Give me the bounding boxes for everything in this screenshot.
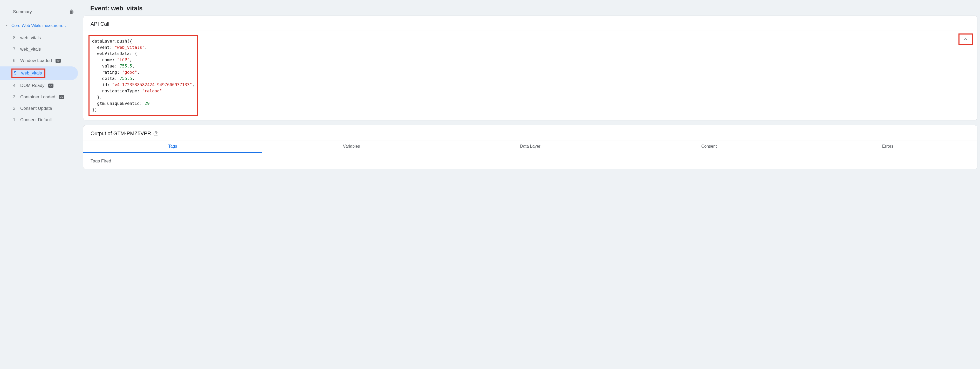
event-number: 5 (14, 71, 18, 76)
event-item[interactable]: 4 DOM Ready <> (0, 80, 78, 91)
api-call-code: dataLayer.push({ event: "web_vitals", we… (92, 38, 195, 113)
sidebar-group-title: Core Web Vitals measurem… (11, 23, 75, 28)
trash-icon (69, 9, 75, 15)
caret-down-icon (5, 23, 9, 28)
event-item[interactable]: 2 Consent Update (0, 103, 78, 114)
event-item[interactable]: 1 Consent Default (0, 114, 78, 126)
output-card: Output of GTM-PMZ5VPR ? Tags Variables D… (83, 125, 977, 169)
event-number: 6 (13, 58, 17, 63)
event-item[interactable]: 3 Container Loaded <> (0, 91, 78, 103)
event-list: 8 web_vitals 7 web_vitals 6 Window Loade… (0, 30, 80, 127)
collapse-button[interactable] (958, 33, 973, 45)
event-item[interactable]: 6 Window Loaded <> (0, 55, 78, 67)
event-title: Event: web_vitals (83, 0, 977, 16)
event-number: 3 (13, 94, 17, 100)
chevron-up-icon (963, 37, 968, 42)
event-label: web_vitals (21, 71, 42, 76)
event-number: 1 (13, 117, 17, 122)
sidebar: Summary Core Web Vitals measurem… 8 web_… (0, 0, 80, 369)
tab-consent[interactable]: Consent (620, 140, 799, 153)
event-item[interactable]: 7 web_vitals (0, 44, 78, 55)
code-badge-icon: <> (59, 95, 64, 99)
tab-tags[interactable]: Tags (83, 140, 262, 153)
event-label: Container Loaded (20, 94, 55, 100)
api-call-body: dataLayer.push({ event: "web_vitals", we… (83, 31, 977, 120)
output-tabs: Tags Variables Data Layer Consent Errors (83, 140, 977, 153)
event-number: 8 (13, 35, 17, 40)
event-label: Window Loaded (20, 58, 52, 63)
event-label: Consent Default (20, 117, 52, 122)
event-label: web_vitals (20, 47, 41, 52)
event-label: DOM Ready (20, 83, 45, 88)
clear-events-button[interactable] (68, 8, 75, 16)
api-call-code-highlight: dataLayer.push({ event: "web_vitals", we… (89, 35, 198, 116)
api-call-card: API Call dataLayer.push({ event: "web_vi… (83, 16, 977, 121)
help-icon[interactable]: ? (154, 131, 158, 136)
tab-data-layer[interactable]: Data Layer (441, 140, 620, 153)
sidebar-group-header[interactable]: Core Web Vitals measurem… (0, 21, 80, 30)
code-badge-icon: <> (48, 84, 53, 88)
output-title: Output of GTM-PMZ5VPR (91, 130, 151, 137)
event-number: 2 (13, 106, 17, 111)
event-label: web_vitals (20, 35, 41, 40)
output-header: Output of GTM-PMZ5VPR ? (83, 125, 977, 140)
tags-fired-heading: Tags Fired (83, 153, 977, 169)
event-number: 7 (13, 47, 17, 52)
sidebar-header: Summary (0, 5, 80, 21)
tab-errors[interactable]: Errors (799, 140, 977, 153)
main-content: Event: web_vitals API Call dataLayer.pus… (80, 0, 980, 369)
api-call-header: API Call (83, 16, 977, 31)
event-label: Consent Update (20, 106, 52, 111)
event-item-selected[interactable]: 5 web_vitals (0, 67, 78, 80)
tab-variables[interactable]: Variables (262, 140, 441, 153)
event-item[interactable]: 8 web_vitals (0, 32, 78, 44)
event-number: 4 (13, 83, 17, 88)
sidebar-title: Summary (13, 10, 32, 14)
code-badge-icon: <> (56, 59, 61, 63)
